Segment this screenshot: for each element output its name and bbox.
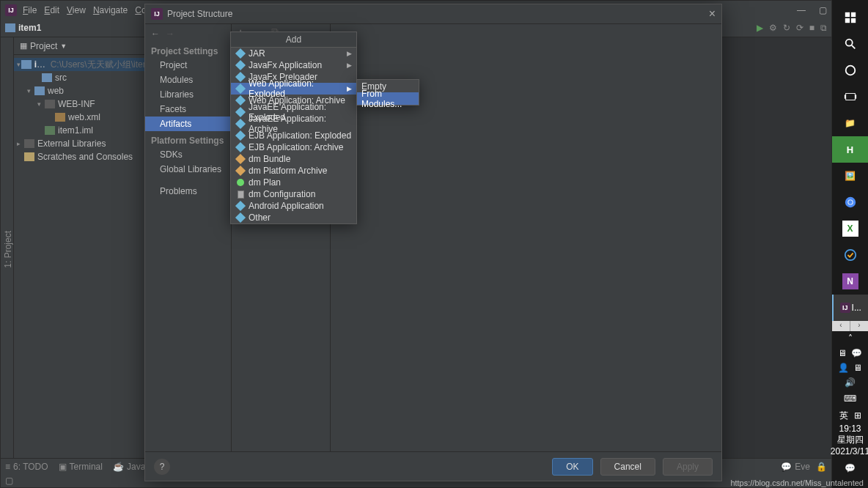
nav-artifacts[interactable]: Artifacts: [145, 117, 231, 131]
add-artifact-popup: Add JAR▶JavaFx Application▶JavaFx Preloa…: [230, 32, 357, 224]
window-controls: — ▢: [797, 5, 827, 15]
minimize-icon[interactable]: —: [797, 5, 806, 15]
tree-iml[interactable]: item1.iml: [14, 124, 160, 137]
popup-item[interactable]: dm Platform Archive: [231, 165, 356, 177]
cancel-button[interactable]: Cancel: [600, 458, 655, 476]
popup-item[interactable]: Android Application: [231, 200, 356, 212]
popup-item[interactable]: dm Configuration: [231, 188, 356, 200]
close-icon[interactable]: ×: [709, 7, 716, 21]
gutter-project[interactable]: 1: Project: [3, 231, 13, 268]
tree-external[interactable]: ▸External Libraries: [14, 137, 160, 150]
tray-notifications-icon[interactable]: 💬: [832, 459, 868, 477]
menu-edit[interactable]: Edit: [44, 5, 59, 15]
status-event[interactable]: 💬 Eve: [781, 462, 810, 472]
add-submenu-popup: EmptyFrom Modules...: [356, 79, 419, 106]
svg-rect-3: [850, 18, 855, 23]
nav-sdks[interactable]: SDKs: [145, 147, 231, 162]
tray-up-icon[interactable]: ˄: [832, 331, 868, 346]
tray-clock[interactable]: 19:13 星期四 2021/3/11: [831, 424, 868, 459]
svg-rect-8: [844, 95, 845, 98]
taskview-icon[interactable]: [832, 84, 868, 110]
app-todo-icon[interactable]: [832, 242, 868, 268]
popup-item[interactable]: Other: [231, 212, 356, 223]
nav-forward-icon[interactable]: →: [166, 29, 174, 39]
search-icon[interactable]: [832, 31, 868, 57]
nav-problems[interactable]: Problems: [145, 184, 231, 199]
app-onenote-icon[interactable]: N: [842, 273, 858, 289]
left-tool-gutter: 1: Project 7: Structure 2: Favorites Web: [1, 37, 14, 458]
tree-webinf[interactable]: ▾WEB-INF: [14, 97, 160, 111]
popup-item[interactable]: dm Plan: [231, 177, 356, 188]
panel-title: Project: [30, 41, 57, 51]
tree-root-path: C:\Users\无天赋小组\item\it: [51, 59, 157, 71]
app-intellij-icon[interactable]: IJI...: [832, 295, 868, 321]
svg-rect-9: [855, 95, 856, 98]
nav-group-project: Project Settings: [145, 42, 231, 58]
popup-item[interactable]: Web Application: Exploded▶: [231, 83, 356, 95]
gear-icon[interactable]: ⚙: [769, 23, 777, 33]
popup-item[interactable]: JavaEE Application: Archive: [231, 118, 356, 130]
project-tree: ▾ item1 C:\Users\无天赋小组\item\it src ▾web …: [14, 55, 160, 166]
taskbar-scroll[interactable]: ‹›: [832, 321, 868, 331]
app-explorer-icon[interactable]: 📁: [832, 110, 868, 136]
tray-network-icon[interactable]: 🖥💬: [832, 346, 868, 361]
popup-item[interactable]: dm Bundle: [231, 153, 356, 165]
tree-src[interactable]: src: [14, 71, 160, 84]
cortana-icon[interactable]: [832, 57, 868, 84]
sync-icon[interactable]: ⟳: [796, 23, 803, 33]
windows-taskbar: 📁 H 🖼️ X N IJI... ‹› ˄ 🖥💬 👤🖥 🔊 ⌨ 英⊞ 19:1…: [832, 0, 868, 488]
apply-button[interactable]: Apply: [663, 458, 713, 476]
submenu-item[interactable]: From Modules...: [357, 92, 419, 105]
svg-rect-7: [845, 94, 855, 100]
tray-people-icon[interactable]: 👤🖥: [832, 361, 868, 375]
dialog-nav: ← → Project Settings Project Modules Lib…: [145, 24, 232, 451]
tree-web[interactable]: ▾web: [14, 84, 160, 97]
breadcrumb-project[interactable]: item1: [18, 23, 41, 33]
menu-view[interactable]: View: [67, 5, 86, 15]
footer-icon[interactable]: ▢: [5, 476, 13, 486]
tree-webxml[interactable]: web.xml: [14, 111, 160, 124]
intellij-icon: IJ: [5, 4, 17, 16]
popup-item[interactable]: JavaFx Application▶: [231, 59, 356, 71]
search-icon[interactable]: ⧉: [820, 23, 827, 33]
app-excel-icon[interactable]: X: [842, 221, 858, 237]
app-wps-icon[interactable]: H: [832, 136, 868, 163]
status-todo[interactable]: ≡6: TODO: [5, 462, 48, 472]
nav-project[interactable]: Project: [145, 58, 231, 73]
nav-modules[interactable]: Modules: [145, 73, 231, 87]
app-pic-icon[interactable]: 🖼️: [832, 163, 868, 189]
reload-icon[interactable]: ↻: [783, 23, 790, 33]
svg-point-13: [845, 250, 855, 260]
tree-root[interactable]: ▾ item1 C:\Users\无天赋小组\item\it: [14, 58, 160, 71]
popup-item[interactable]: EJB Application: Archive: [231, 141, 356, 153]
svg-rect-1: [850, 12, 855, 17]
popup-item[interactable]: EJB Application: Exploded: [231, 130, 356, 141]
stop-icon[interactable]: ■: [809, 23, 814, 33]
app-chrome-icon[interactable]: [832, 189, 868, 215]
watermark: https://blog.csdn.net/Miss_untalented: [730, 478, 864, 487]
run-icon[interactable]: ▶: [757, 23, 763, 33]
menu-navigate[interactable]: Navigate: [93, 5, 128, 15]
nav-back-icon[interactable]: ←: [151, 29, 160, 39]
nav-global-libs[interactable]: Global Libraries: [145, 162, 231, 177]
dialog-footer: ? OK Cancel Apply: [145, 451, 721, 481]
nav-facets[interactable]: Facets: [145, 102, 231, 117]
project-panel-header[interactable]: ▦ Project ▼: [14, 37, 160, 55]
nav-libraries[interactable]: Libraries: [145, 87, 231, 102]
popup-item[interactable]: JAR▶: [231, 48, 356, 59]
tree-scratches[interactable]: Scratches and Consoles: [14, 150, 160, 163]
chevron-right-icon: ▶: [347, 50, 352, 57]
status-terminal[interactable]: ▣ Terminal: [59, 462, 103, 472]
intellij-icon: IJ: [151, 8, 163, 20]
tray-lang-icon[interactable]: 英⊞: [832, 407, 868, 424]
tray-keyboard-icon[interactable]: ⌨: [832, 390, 868, 407]
chevron-right-icon: ▶: [347, 62, 352, 69]
tray-volume-icon[interactable]: 🔊: [832, 375, 868, 390]
start-icon[interactable]: [832, 4, 868, 31]
help-button[interactable]: ?: [154, 459, 170, 475]
ok-button[interactable]: OK: [552, 458, 592, 476]
maximize-icon[interactable]: ▢: [819, 5, 827, 15]
menu-file[interactable]: File: [23, 5, 37, 15]
status-lock[interactable]: 🔒: [816, 462, 827, 472]
dialog-titlebar: IJ Project Structure ×: [145, 4, 721, 23]
